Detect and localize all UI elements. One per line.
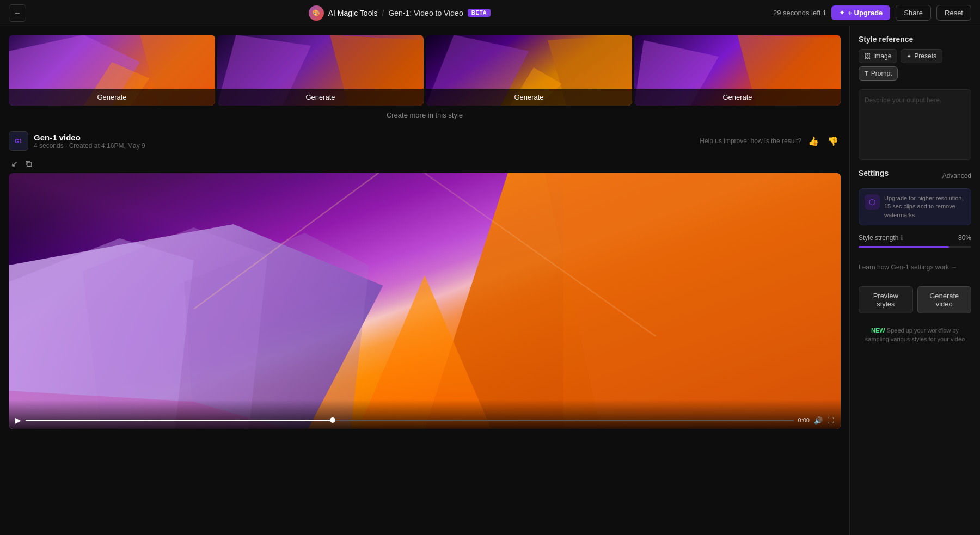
settings-section: Settings Advanced ⬡ Upgrade for higher r…	[859, 169, 971, 225]
progress-fill	[26, 420, 333, 421]
back-button[interactable]: ←	[9, 4, 26, 22]
right-sidebar: Style reference 🖼 Image ✦ Presets T Prom…	[849, 26, 980, 535]
avatar: 🎨	[309, 5, 324, 21]
video-preview: ▶ 0:00 🔊 ⛶	[9, 173, 841, 429]
beta-badge: BETA	[468, 9, 491, 17]
gen1-info: Gen-1 video 4 seconds · Created at 4:16P…	[34, 133, 145, 150]
create-more-label: Create more in this style	[0, 106, 849, 125]
video-background	[9, 173, 841, 429]
feedback-text: Help us improve: how is the result?	[700, 137, 801, 145]
style-reference-title: Style reference	[859, 35, 971, 44]
progress-bar[interactable]	[26, 420, 794, 421]
prompt-textarea[interactable]	[859, 89, 971, 160]
presets-tab-icon: ✦	[906, 53, 911, 60]
left-content: Generate Generate	[0, 26, 849, 535]
upgrade-banner-icon: ⬡	[865, 194, 880, 210]
generate-label-2: Generate	[217, 89, 424, 106]
generate-video-button[interactable]: Generate video	[917, 286, 972, 313]
tab-presets[interactable]: ✦ Presets	[901, 49, 942, 63]
thumbnail-grid: Generate Generate	[0, 26, 849, 106]
expand-icon: ↙	[11, 159, 18, 168]
style-reference-section: Style reference 🖼 Image ✦ Presets T Prom…	[859, 35, 971, 81]
time-display: 0:00	[798, 417, 810, 423]
learn-more-link[interactable]: Learn how Gen-1 settings work →	[859, 263, 971, 271]
new-badge: NEW	[871, 327, 885, 334]
breadcrumb-separator: /	[382, 9, 384, 17]
video-bottom-controls: ▶ 0:00 🔊 ⛶	[9, 399, 841, 429]
back-icon: ←	[14, 9, 21, 17]
upgrade-banner-text: Upgrade for higher resolution, 15 sec cl…	[884, 194, 965, 219]
copy-icon: ⧉	[26, 159, 32, 168]
image-tab-icon: 🖼	[865, 53, 871, 59]
prompt-tab-label: Prompt	[871, 70, 892, 77]
architectural-shapes	[9, 173, 841, 429]
generate-label-1: Generate	[9, 89, 215, 106]
prompt-tab-icon: T	[865, 70, 868, 77]
new-feature-section: NEW Speed up your workflow by sampling v…	[859, 327, 971, 343]
topnav-right: 29 seconds left ℹ ✦ + Upgrade Share Rese…	[773, 5, 971, 21]
volume-button[interactable]: 🔊	[814, 416, 823, 425]
thumbnail-card[interactable]: Generate	[9, 35, 215, 106]
video-controls-bar: ↙ ⧉	[9, 155, 841, 173]
thumbnail-card[interactable]: Generate	[634, 35, 841, 106]
breadcrumb-current: Gen-1: Video to Video	[388, 9, 463, 17]
expand-button[interactable]: ↙	[9, 157, 20, 170]
app-name: AI Magic Tools	[328, 9, 378, 17]
settings-header: Settings Advanced	[859, 169, 971, 183]
style-ref-tabs: 🖼 Image ✦ Presets T Prompt	[859, 49, 971, 81]
gen1-meta: G1 Gen-1 video 4 seconds · Created at 4:…	[9, 131, 145, 151]
style-strength-section: Style strength ℹ 80%	[859, 234, 971, 255]
thumbs-up-button[interactable]: 👍	[806, 135, 821, 147]
fullscreen-button[interactable]: ⛶	[827, 416, 834, 425]
thumbnail-card[interactable]: Generate	[426, 35, 632, 106]
image-tab-label: Image	[873, 52, 891, 60]
copy-button[interactable]: ⧉	[23, 158, 34, 170]
generate-label-3: Generate	[426, 89, 632, 106]
upgrade-icon: ✦	[839, 9, 845, 17]
tab-prompt[interactable]: T Prompt	[859, 66, 898, 81]
main-layout: Generate Generate	[0, 26, 980, 535]
style-strength-value: 80%	[958, 234, 971, 242]
gen1-title: Gen-1 video	[34, 133, 145, 142]
advanced-link[interactable]: Advanced	[942, 172, 971, 180]
topnav-left: ←	[9, 4, 26, 22]
gen1-icon: G1	[9, 131, 28, 151]
upgrade-banner: ⬡ Upgrade for higher resolution, 15 sec …	[859, 188, 971, 225]
style-strength-row: Style strength ℹ 80%	[859, 234, 971, 242]
presets-tab-label: Presets	[914, 52, 936, 60]
topnav-center: 🎨 AI Magic Tools / Gen-1: Video to Video…	[309, 5, 491, 21]
arch-svg	[9, 173, 841, 429]
play-button[interactable]: ▶	[15, 416, 21, 425]
timer-text: 29 seconds left ℹ	[773, 9, 826, 17]
strength-slider-fill	[859, 246, 949, 248]
topnav: ← 🎨 AI Magic Tools / Gen-1: Video to Vid…	[0, 0, 980, 26]
share-button[interactable]: Share	[896, 5, 931, 21]
upgrade-button[interactable]: ✦ + Upgrade	[831, 5, 890, 20]
tab-image[interactable]: 🖼 Image	[859, 49, 897, 63]
settings-title: Settings	[859, 169, 889, 177]
generate-label-4: Generate	[634, 89, 841, 106]
reset-button[interactable]: Reset	[936, 5, 971, 21]
strength-slider[interactable]	[859, 246, 971, 248]
info-icon-strength: ℹ	[901, 234, 903, 242]
gen1-section: G1 Gen-1 video 4 seconds · Created at 4:…	[0, 125, 849, 438]
preview-styles-button[interactable]: Preview styles	[859, 286, 913, 313]
info-icon: ℹ	[823, 9, 826, 17]
thumbnail-card[interactable]: Generate	[217, 35, 424, 106]
thumbs-down-button[interactable]: 👎	[825, 135, 841, 147]
progress-dot	[330, 417, 335, 423]
gen1-feedback: Help us improve: how is the result? 👍 👎	[700, 135, 841, 147]
gen1-header: G1 Gen-1 video 4 seconds · Created at 4:…	[9, 125, 841, 155]
action-buttons: Preview styles Generate video	[859, 286, 971, 313]
gen1-subtitle: 4 seconds · Created at 4:16PM, May 9	[34, 142, 145, 150]
style-strength-label: Style strength ℹ	[859, 234, 903, 242]
